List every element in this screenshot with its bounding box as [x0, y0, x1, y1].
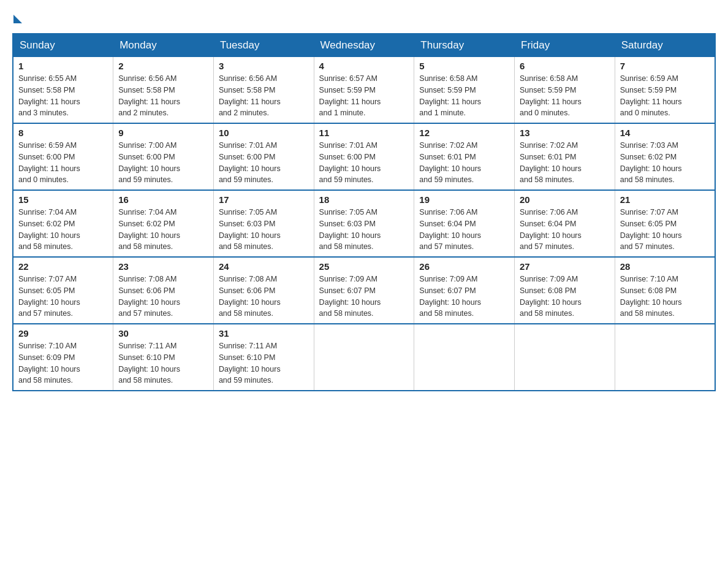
- day-number: 27: [520, 261, 610, 272]
- calendar-header: SundayMondayTuesdayWednesdayThursdayFrid…: [13, 34, 715, 57]
- header-thursday: Thursday: [414, 34, 515, 57]
- day-info: Sunrise: 6:59 AMSunset: 5:59 PMDaylight:…: [620, 73, 710, 119]
- day-info: Sunrise: 7:01 AMSunset: 6:00 PMDaylight:…: [219, 140, 309, 186]
- header-friday: Friday: [515, 34, 615, 57]
- calendar-cell: 7Sunrise: 6:59 AMSunset: 5:59 PMDaylight…: [615, 57, 715, 124]
- day-number: 18: [319, 194, 409, 205]
- calendar-cell: 10Sunrise: 7:01 AMSunset: 6:00 PMDayligh…: [213, 123, 314, 190]
- day-info: Sunrise: 7:07 AMSunset: 6:05 PMDaylight:…: [18, 274, 108, 320]
- calendar-cell: 23Sunrise: 7:08 AMSunset: 6:06 PMDayligh…: [113, 257, 214, 324]
- calendar-cell: 21Sunrise: 7:07 AMSunset: 6:05 PMDayligh…: [615, 190, 715, 257]
- logo-triangle-icon: [13, 15, 22, 23]
- day-number: 10: [219, 128, 309, 138]
- day-info: Sunrise: 7:08 AMSunset: 6:06 PMDaylight:…: [219, 274, 309, 320]
- calendar-body: 1Sunrise: 6:55 AMSunset: 5:58 PMDaylight…: [13, 57, 715, 391]
- calendar-cell: [515, 324, 615, 391]
- day-number: 6: [520, 61, 610, 71]
- day-number: 16: [118, 194, 208, 205]
- day-info: Sunrise: 6:58 AMSunset: 5:59 PMDaylight:…: [419, 73, 509, 119]
- logo: [12, 12, 22, 21]
- day-info: Sunrise: 6:58 AMSunset: 5:59 PMDaylight:…: [520, 73, 610, 119]
- header-monday: Monday: [113, 34, 214, 57]
- day-info: Sunrise: 7:11 AMSunset: 6:10 PMDaylight:…: [118, 340, 208, 386]
- calendar-cell: 9Sunrise: 7:00 AMSunset: 6:00 PMDaylight…: [113, 123, 214, 190]
- calendar-cell: 18Sunrise: 7:05 AMSunset: 6:03 PMDayligh…: [314, 190, 414, 257]
- calendar-cell: 28Sunrise: 7:10 AMSunset: 6:08 PMDayligh…: [615, 257, 715, 324]
- day-info: Sunrise: 7:02 AMSunset: 6:01 PMDaylight:…: [419, 140, 509, 186]
- day-info: Sunrise: 7:07 AMSunset: 6:05 PMDaylight:…: [620, 207, 710, 253]
- week-row-5: 29Sunrise: 7:10 AMSunset: 6:09 PMDayligh…: [13, 324, 715, 391]
- calendar-cell: 17Sunrise: 7:05 AMSunset: 6:03 PMDayligh…: [213, 190, 314, 257]
- calendar-cell: 29Sunrise: 7:10 AMSunset: 6:09 PMDayligh…: [13, 324, 113, 391]
- calendar-cell: [615, 324, 715, 391]
- day-number: 11: [319, 128, 409, 138]
- day-info: Sunrise: 6:57 AMSunset: 5:59 PMDaylight:…: [319, 73, 409, 119]
- day-number: 28: [620, 261, 710, 272]
- day-info: Sunrise: 7:10 AMSunset: 6:08 PMDaylight:…: [620, 274, 710, 320]
- calendar-cell: 15Sunrise: 7:04 AMSunset: 6:02 PMDayligh…: [13, 190, 113, 257]
- day-number: 24: [219, 261, 309, 272]
- calendar-cell: 30Sunrise: 7:11 AMSunset: 6:10 PMDayligh…: [113, 324, 214, 391]
- day-info: Sunrise: 7:05 AMSunset: 6:03 PMDaylight:…: [219, 207, 309, 253]
- day-number: 19: [419, 194, 509, 205]
- week-row-2: 8Sunrise: 6:59 AMSunset: 6:00 PMDaylight…: [13, 123, 715, 190]
- day-number: 15: [18, 194, 108, 205]
- day-info: Sunrise: 7:06 AMSunset: 6:04 PMDaylight:…: [520, 207, 610, 253]
- day-number: 25: [319, 261, 409, 272]
- day-number: 8: [18, 128, 108, 138]
- day-number: 9: [118, 128, 208, 138]
- calendar-cell: 6Sunrise: 6:58 AMSunset: 5:59 PMDaylight…: [515, 57, 615, 124]
- day-number: 5: [419, 61, 509, 71]
- calendar-cell: 26Sunrise: 7:09 AMSunset: 6:07 PMDayligh…: [414, 257, 515, 324]
- day-number: 23: [118, 261, 208, 272]
- day-number: 29: [18, 328, 108, 339]
- header-saturday: Saturday: [615, 34, 715, 57]
- calendar-cell: 22Sunrise: 7:07 AMSunset: 6:05 PMDayligh…: [13, 257, 113, 324]
- calendar-cell: 5Sunrise: 6:58 AMSunset: 5:59 PMDaylight…: [414, 57, 515, 124]
- header-tuesday: Tuesday: [213, 34, 314, 57]
- calendar-cell: 4Sunrise: 6:57 AMSunset: 5:59 PMDaylight…: [314, 57, 414, 124]
- day-number: 3: [219, 61, 309, 71]
- calendar-cell: 14Sunrise: 7:03 AMSunset: 6:02 PMDayligh…: [615, 123, 715, 190]
- calendar-cell: 24Sunrise: 7:08 AMSunset: 6:06 PMDayligh…: [213, 257, 314, 324]
- day-number: 22: [18, 261, 108, 272]
- calendar-cell: 3Sunrise: 6:56 AMSunset: 5:58 PMDaylight…: [213, 57, 314, 124]
- calendar-cell: 11Sunrise: 7:01 AMSunset: 6:00 PMDayligh…: [314, 123, 414, 190]
- week-row-1: 1Sunrise: 6:55 AMSunset: 5:58 PMDaylight…: [13, 57, 715, 124]
- day-info: Sunrise: 7:09 AMSunset: 6:07 PMDaylight:…: [319, 274, 409, 320]
- calendar-cell: 2Sunrise: 6:56 AMSunset: 5:58 PMDaylight…: [113, 57, 214, 124]
- day-number: 12: [419, 128, 509, 138]
- calendar-cell: 19Sunrise: 7:06 AMSunset: 6:04 PMDayligh…: [414, 190, 515, 257]
- calendar-cell: [314, 324, 414, 391]
- day-info: Sunrise: 7:00 AMSunset: 6:00 PMDaylight:…: [118, 140, 208, 186]
- day-info: Sunrise: 7:05 AMSunset: 6:03 PMDaylight:…: [319, 207, 409, 253]
- day-info: Sunrise: 7:09 AMSunset: 6:07 PMDaylight:…: [419, 274, 509, 320]
- day-info: Sunrise: 6:56 AMSunset: 5:58 PMDaylight:…: [118, 73, 208, 119]
- day-number: 30: [118, 328, 208, 339]
- day-info: Sunrise: 7:06 AMSunset: 6:04 PMDaylight:…: [419, 207, 509, 253]
- day-info: Sunrise: 7:02 AMSunset: 6:01 PMDaylight:…: [520, 140, 610, 186]
- day-number: 21: [620, 194, 710, 205]
- day-info: Sunrise: 7:01 AMSunset: 6:00 PMDaylight:…: [319, 140, 409, 186]
- day-number: 14: [620, 128, 710, 138]
- calendar-cell: 16Sunrise: 7:04 AMSunset: 6:02 PMDayligh…: [113, 190, 214, 257]
- calendar-cell: 1Sunrise: 6:55 AMSunset: 5:58 PMDaylight…: [13, 57, 113, 124]
- day-info: Sunrise: 7:11 AMSunset: 6:10 PMDaylight:…: [219, 340, 309, 386]
- day-info: Sunrise: 7:08 AMSunset: 6:06 PMDaylight:…: [118, 274, 208, 320]
- day-info: Sunrise: 6:59 AMSunset: 6:00 PMDaylight:…: [18, 140, 108, 186]
- calendar-table: SundayMondayTuesdayWednesdayThursdayFrid…: [12, 33, 716, 391]
- header-sunday: Sunday: [13, 34, 113, 57]
- day-info: Sunrise: 6:56 AMSunset: 5:58 PMDaylight:…: [219, 73, 309, 119]
- day-info: Sunrise: 7:10 AMSunset: 6:09 PMDaylight:…: [18, 340, 108, 386]
- page-header: [12, 12, 716, 21]
- calendar-cell: 27Sunrise: 7:09 AMSunset: 6:08 PMDayligh…: [515, 257, 615, 324]
- day-number: 1: [18, 61, 108, 71]
- week-row-4: 22Sunrise: 7:07 AMSunset: 6:05 PMDayligh…: [13, 257, 715, 324]
- day-number: 4: [319, 61, 409, 71]
- header-row: SundayMondayTuesdayWednesdayThursdayFrid…: [13, 34, 715, 57]
- day-info: Sunrise: 7:09 AMSunset: 6:08 PMDaylight:…: [520, 274, 610, 320]
- calendar-cell: 8Sunrise: 6:59 AMSunset: 6:00 PMDaylight…: [13, 123, 113, 190]
- day-info: Sunrise: 7:04 AMSunset: 6:02 PMDaylight:…: [18, 207, 108, 253]
- day-number: 2: [118, 61, 208, 71]
- day-number: 26: [419, 261, 509, 272]
